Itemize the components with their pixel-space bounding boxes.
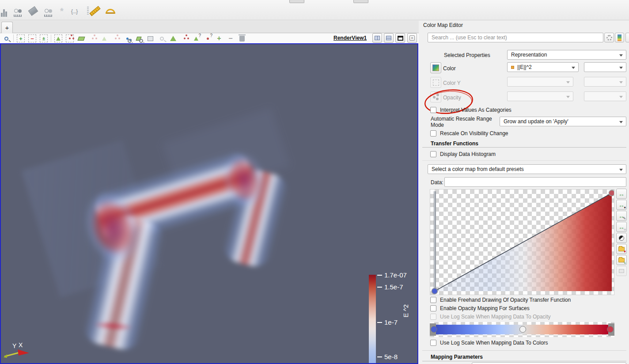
edit-opacity-button[interactable] (430, 91, 441, 102)
log-opacity-checkbox[interactable] (430, 314, 436, 320)
display-histogram-checkbox[interactable] (430, 151, 436, 157)
separator (422, 361, 626, 361)
interpret-categories-label: Interpret Values As Categories (440, 107, 512, 113)
pencil-icon: ✎ (623, 217, 626, 220)
hover-cells-icon[interactable] (157, 34, 166, 43)
edit-color-y-button[interactable] (430, 77, 441, 88)
interpret-categories-row: Interpret Values As Categories (430, 107, 512, 113)
rescale-to-visible-range-button[interactable]: ↔○ (616, 222, 627, 232)
magnifier-glyph (4, 37, 8, 41)
chevron-down-icon (566, 81, 570, 83)
protractor-icon[interactable] (105, 5, 116, 17)
color-point-min[interactable] (431, 326, 437, 333)
color-y-component-dropdown[interactable] (584, 77, 626, 87)
select-cells-icon[interactable] (169, 34, 178, 43)
add-layout-tab[interactable]: + (1, 22, 13, 33)
display-histogram-label: Display Data Histogram (440, 151, 496, 157)
chevron-down-icon (572, 67, 575, 69)
plot-data-over-time-icon[interactable] (12, 5, 23, 17)
opacity-component-dropdown[interactable] (584, 91, 626, 101)
shrink-selection-icon[interactable]: − (226, 34, 235, 43)
clear-selection-icon[interactable] (238, 34, 246, 43)
query-cells-icon[interactable]: ? (192, 34, 201, 43)
interpret-categories-checkbox[interactable] (430, 107, 436, 113)
control-point-min[interactable] (432, 288, 438, 294)
rescale-to-custom-range-button[interactable]: ↔✎ (616, 211, 627, 221)
rescale-mode-dropdown[interactable]: Grow and update on 'Apply' (500, 117, 626, 126)
points-glyph (92, 38, 94, 39)
split-vertical-icon[interactable] (384, 33, 394, 43)
rescale-visibility-checkbox[interactable] (430, 130, 436, 136)
rescale-to-data-range-over-time-button[interactable]: ↔● (616, 200, 627, 210)
invert-transfer-function-button[interactable] (616, 233, 627, 243)
color-row-label: Color (443, 65, 456, 72)
interactive-select-cells-icon[interactable] (123, 34, 132, 43)
probe-location-icon[interactable]: * (56, 5, 68, 17)
color-transfer-function-editor[interactable] (430, 322, 614, 337)
mapping-parameters-heading: Mapping Parameters (431, 354, 483, 360)
split-horizontal-icon[interactable] (372, 33, 382, 43)
chevron-down-icon (619, 169, 623, 171)
select-points-polygon-icon[interactable] (111, 34, 120, 43)
opacity-surfaces-row: Enable Opacity Mapping For Surfaces (430, 305, 530, 311)
search-input[interactable] (428, 33, 603, 42)
data-input[interactable] (444, 177, 626, 187)
close-icon[interactable]: × (407, 33, 417, 43)
opacity-surfaces-checkbox[interactable] (430, 305, 436, 311)
select-cells-polygon-icon[interactable] (100, 34, 109, 43)
settings-button[interactable] (604, 33, 614, 42)
colorbar-tick (377, 287, 382, 288)
maximize-icon[interactable] (395, 33, 405, 43)
subtract-selection-icon[interactable]: − (28, 34, 37, 43)
add-selection-icon[interactable]: + (16, 34, 25, 43)
rescale-visibility-row: Rescale On Visibility Change (430, 130, 508, 136)
scalar-colorbar[interactable] (369, 275, 376, 364)
colormap-button[interactable] (615, 33, 624, 42)
color-array-dropdown[interactable]: ||E||^2 (507, 62, 579, 72)
selected-properties-dropdown[interactable]: Representation (507, 50, 626, 60)
opacity-array-dropdown[interactable] (507, 91, 573, 101)
export-button[interactable] (616, 266, 627, 276)
view-title[interactable]: RenderView1 (333, 35, 367, 41)
plus-glyph: + (19, 35, 23, 42)
choose-preset-button[interactable]: ♥ (616, 244, 627, 254)
toggle-selection-icon[interactable]: ± (39, 34, 48, 43)
color-point-max[interactable] (607, 326, 614, 333)
interactive-select-points-icon[interactable] (134, 34, 143, 43)
log-colors-checkbox[interactable] (430, 340, 436, 346)
histogram-icon[interactable] (0, 5, 10, 17)
select-points-through-icon[interactable] (88, 34, 97, 43)
plot-selection-over-time-icon[interactable] (42, 5, 54, 17)
zoom-to-data-icon[interactable] (2, 34, 11, 43)
protractor-glyph (106, 9, 115, 14)
color-y-array-dropdown[interactable] (507, 77, 573, 87)
select-points-icon[interactable] (180, 34, 189, 43)
rescale-to-data-range-button[interactable]: ↔ (616, 189, 627, 199)
control-point-max[interactable] (609, 190, 614, 196)
select-cells-on-icon[interactable] (54, 34, 63, 43)
opacity-icon (433, 96, 436, 99)
color-component-dropdown[interactable] (584, 62, 626, 72)
chevron-down-icon (566, 96, 570, 98)
preset-dropdown[interactable]: Select a color map from default presets (428, 164, 626, 174)
edit-color-map-button[interactable] (430, 62, 441, 73)
select-points-on-icon[interactable] (65, 34, 74, 43)
plot-along-line-icon[interactable] (27, 5, 39, 17)
save-to-preset-button[interactable]: ↘ (616, 255, 627, 265)
select-cells-through-icon[interactable] (77, 34, 86, 43)
display-histogram-row: Display Data Histogram (430, 151, 496, 157)
ruler-icon[interactable] (89, 5, 101, 17)
freehand-checkbox[interactable] (430, 297, 436, 303)
orientation-axes: Y X (3, 330, 38, 361)
opacity-transfer-function-editor[interactable] (430, 189, 614, 295)
render-view-canvas[interactable]: 1.7e-07 1.5e-7 1e-7 5e-8 E ^2 Y X (0, 43, 418, 364)
rescale-icon: ↔ (618, 191, 625, 197)
color-point-mid[interactable] (519, 326, 526, 333)
query-points-icon[interactable]: ? (203, 34, 212, 43)
braces-glyph: {...} (71, 8, 78, 15)
grow-selection-icon[interactable]: + (215, 34, 224, 43)
split-horizontal-glyph (375, 36, 380, 40)
question-glyph: ? (198, 33, 201, 38)
python-trace-icon[interactable]: {...} (68, 5, 80, 17)
select-block-icon[interactable] (146, 34, 155, 43)
